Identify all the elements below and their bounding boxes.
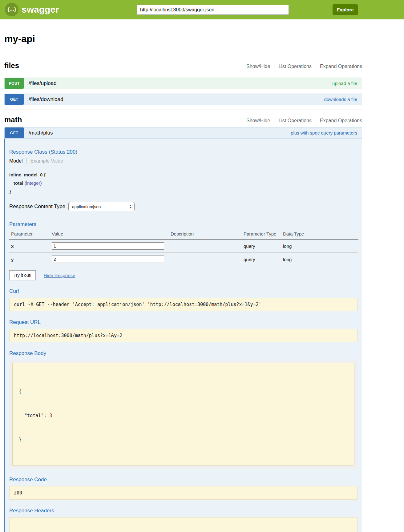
response-class-heading: Response Class (Status 200) [9,149,358,155]
files-show-hide-link[interactable]: Show/Hide [246,64,270,69]
files-list-operations-link[interactable]: List Operations [278,64,312,69]
files-resource-head: files Show/Hide List Operations Expand O… [4,61,362,70]
curl-command: curl -X GET --header 'Accept: applicatio… [9,298,358,311]
math-resource-head: math Show/Hide List Operations Expand Op… [4,115,362,124]
resource-title-files[interactable]: files [4,61,19,70]
param-description-x [169,243,242,249]
explore-button[interactable]: Explore [333,4,358,15]
op-summary-files-download[interactable]: downloads a file [324,97,357,102]
top-bar: {…} swagger Explore [0,0,404,19]
resource-title-math[interactable]: math [4,115,22,124]
hide-response-link[interactable]: Hide Response [44,273,75,278]
op-path-files-upload[interactable]: /files/upload [29,80,57,87]
parameter-row-x: x query long [9,240,358,253]
param-type-y: query [242,254,281,265]
op-path-files-download[interactable]: /files/download [29,96,63,103]
param-type-x: query [242,241,281,252]
math-plus-detail-panel: Response Class (Status 200) Model Exampl… [4,139,362,532]
tab-model[interactable]: Model [9,158,23,164]
get-method-badge: GET [5,127,24,138]
try-it-out-button[interactable]: Try it out! [9,270,36,280]
response-code-value: 200 [9,486,358,500]
main-content: my-api files Show/Hide List Operations E… [4,33,362,532]
parameters-table-header: Parameter Value Description Parameter Ty… [9,230,358,240]
post-method-badge: POST [5,78,24,89]
response-content-type-row: Response Content Type application/json [9,202,358,211]
files-resource-links: Show/Hide List Operations Expand Operati… [246,64,362,69]
response-content-type-value: application/json [72,204,101,209]
response-content-type-label: Response Content Type [9,204,65,210]
col-value: Value [50,230,169,239]
try-row: Try it out! Hide Response [9,270,358,280]
math-resource-links: Show/Hide List Operations Expand Operati… [246,118,362,123]
parameters-table: Parameter Value Description Parameter Ty… [9,230,358,266]
response-headers-value: { "date": "Wed, 22 Aug 2018 18:49:13 GMT… [9,517,358,532]
col-description: Description [169,230,242,239]
json-open-brace: { [19,388,348,396]
math-list-operations-link[interactable]: List Operations [278,118,312,123]
json-close-brace: } [19,436,348,444]
get-method-badge: GET [5,94,24,105]
parameters-heading: Parameters [9,221,358,228]
param-name-y: y [9,254,50,265]
link-separator [274,64,274,69]
math-show-hide-link[interactable]: Show/Hide [246,118,270,123]
model-open: inline_model_0 { [9,171,358,179]
param-value-input-x[interactable] [52,242,164,250]
tab-example-value[interactable]: Example Value [30,158,63,164]
json-total-line: "total": 3 [19,412,348,420]
op-get-files-download[interactable]: GET /files/download downloads a file [4,94,362,105]
param-description-y [169,256,242,262]
response-body-json: { "total": 3 } [12,363,354,465]
section-divider [4,110,362,110]
op-path-math-plus-get[interactable]: /math/plus [29,130,53,136]
op-summary-files-upload[interactable]: upload a file [332,81,357,86]
page-title: my-api [4,33,362,45]
param-data-type-x: long [281,241,358,252]
col-data-type: Data Type [281,230,358,239]
col-parameter: Parameter [9,230,50,239]
op-post-files-upload[interactable]: POST /files/upload upload a file [4,78,362,89]
model-property-name: total [14,180,23,186]
json-total-value: 3 [49,413,52,418]
param-value-input-y[interactable] [52,256,164,263]
response-headers-heading: Response Headers [9,508,358,514]
model-signature: inline_model_0 { total (integer) } [9,171,358,195]
model-close: } [9,187,358,195]
swagger-brand-link[interactable]: {…} swagger [5,3,59,16]
request-url-heading: Request URL [9,319,358,325]
request-url-value: http://localhost:3000/math/plus?x=1&y=2 [9,329,358,342]
response-body-block: { "total": 3 } [9,360,358,469]
curl-heading: Curl [9,288,358,294]
model-tabs: Model Example Value [9,158,358,164]
model-property-type: (integer) [25,180,42,186]
tab-separator [26,158,27,164]
link-separator [316,118,316,123]
param-data-type-y: long [281,254,358,265]
op-summary-math-plus-get[interactable]: plus with spec query parameters [291,130,357,135]
swagger-logo-icon: {…} [5,3,18,16]
response-content-type-select[interactable]: application/json [68,202,135,211]
link-separator [316,64,316,69]
select-arrows-icon [129,205,132,208]
brand-title: swagger [22,4,59,15]
link-separator [274,118,274,123]
files-expand-operations-link[interactable]: Expand Operations [320,64,362,69]
math-expand-operations-link[interactable]: Expand Operations [320,118,362,123]
spec-url-input[interactable] [137,5,289,15]
col-parameter-type: Parameter Type [242,230,281,239]
op-get-math-plus[interactable]: GET /math/plus plus with spec query para… [4,127,362,139]
math-resource: math Show/Hide List Operations Expand Op… [4,115,362,532]
response-body-heading: Response Body [9,350,358,357]
param-name-x: x [9,241,50,252]
files-resource: files Show/Hide List Operations Expand O… [4,61,362,105]
response-code-heading: Response Code [9,477,358,483]
parameter-row-y: y query long [9,253,358,266]
